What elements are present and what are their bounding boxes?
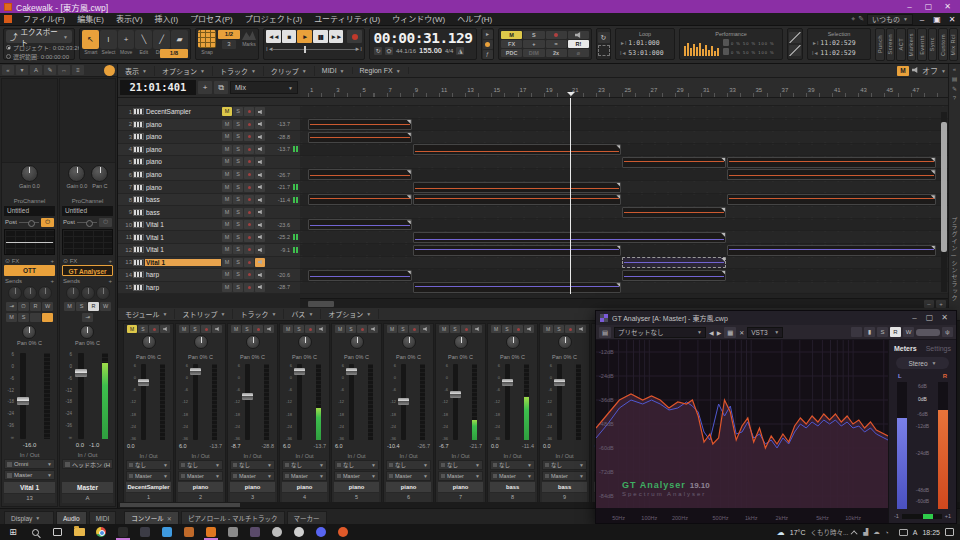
stop-button[interactable]: ■ <box>282 30 297 43</box>
eq-thumbnail[interactable] <box>4 229 55 255</box>
start-button[interactable]: ⊞ <box>2 524 24 540</box>
menu-ユーティリティ(U)[interactable]: ユーティリティ(U) <box>308 15 386 24</box>
input-echo-button[interactable] <box>255 233 265 242</box>
clock[interactable]: 18:25 <box>922 529 940 536</box>
track-lane-12[interactable] <box>300 244 948 257</box>
output-dropdown[interactable]: Master▼ <box>334 471 379 481</box>
power-button[interactable]: ⏻ <box>41 218 54 227</box>
mix-cell-≈[interactable]: ≈ <box>546 40 567 48</box>
send-knob[interactable] <box>96 286 110 300</box>
strip-name[interactable]: bass <box>542 482 587 492</box>
volume-readout[interactable]: 0.0 <box>127 443 135 452</box>
track-header-10[interactable]: 10Vital 1MS-23.6 <box>118 219 300 232</box>
input-echo-button[interactable] <box>264 325 274 333</box>
track-lane-1[interactable] <box>300 106 948 119</box>
mute-button[interactable]: M <box>222 157 232 166</box>
solo-button[interactable]: S <box>233 283 243 292</box>
input-dropdown[interactable]: なし▼ <box>386 460 431 470</box>
mute-button[interactable]: M <box>335 325 345 333</box>
weather-temp[interactable]: 17°C <box>790 529 806 536</box>
input-dropdown[interactable]: ヘッドホン (H▼ <box>62 459 113 469</box>
midi-clip[interactable] <box>622 157 726 168</box>
pan-knob[interactable] <box>454 335 468 349</box>
read-automation-button[interactable]: R <box>890 327 901 337</box>
record-automation-icon[interactable] <box>851 327 862 337</box>
input-echo-button[interactable] <box>255 157 265 166</box>
solo-button[interactable]: S <box>233 195 243 204</box>
track-manager-button[interactable]: ⧉ <box>214 81 228 94</box>
solo-button[interactable]: S <box>233 233 243 242</box>
midi-clip[interactable] <box>622 270 726 281</box>
arp-icon[interactable]: ↔ <box>58 65 70 75</box>
scrollbar-thumb[interactable] <box>308 301 334 307</box>
mix-cell-FX[interactable]: FX <box>501 40 522 48</box>
arm-record-button[interactable] <box>244 120 254 129</box>
browser-collapsed-strip[interactable]: « ▤ ✎ ? プラグイン | シンセラック <box>948 64 960 308</box>
input-echo-button[interactable] <box>255 208 265 217</box>
arm-record-button[interactable] <box>244 270 254 279</box>
input-echo-button[interactable] <box>255 170 265 179</box>
solo-button[interactable]: S <box>242 325 252 333</box>
mix-cell-DIM[interactable]: DIM <box>523 49 544 57</box>
prochannel-toggle-icon[interactable]: A <box>30 65 42 75</box>
plugin-gain-slider[interactable] <box>916 329 940 336</box>
solo-button[interactable]: S <box>233 145 243 154</box>
track-header-11[interactable]: 11Vital 1MS-25.2 <box>118 231 300 244</box>
strip-name[interactable]: piano <box>230 482 275 492</box>
send-knob[interactable] <box>8 286 22 300</box>
add-track-button[interactable]: + <box>198 81 212 94</box>
solo-button[interactable]: S <box>138 325 148 333</box>
inspector-display-dropdown[interactable]: Display▼ <box>4 511 54 524</box>
output-dropdown[interactable]: Master▼ <box>542 471 587 481</box>
discord-icon[interactable] <box>310 524 332 540</box>
solo-button[interactable]: S <box>233 208 243 217</box>
track-lane-5[interactable] <box>300 156 948 169</box>
input-echo-button[interactable] <box>255 270 265 279</box>
onedrive-icon[interactable]: ☁ <box>873 528 880 536</box>
volume-fader[interactable] <box>502 379 513 386</box>
arm-record-button[interactable] <box>305 325 315 333</box>
module-tab-act[interactable]: ACT <box>896 28 906 61</box>
volume-fader[interactable] <box>17 397 29 405</box>
bypass-icon[interactable]: ▮ <box>864 327 875 337</box>
volume-fader[interactable] <box>138 379 149 386</box>
input-echo-button[interactable] <box>255 132 265 141</box>
draw-resolution-dropdown[interactable]: 1/8 <box>160 49 188 58</box>
app-gray-icon[interactable] <box>222 524 244 540</box>
midi-clip[interactable] <box>727 157 936 168</box>
input-echo-button[interactable] <box>524 325 534 333</box>
output-dropdown[interactable]: Master▼ <box>230 471 275 481</box>
strip-button-⇥[interactable]: ⇥ <box>82 313 93 322</box>
gain-knob[interactable] <box>68 165 85 182</box>
track-header-2[interactable]: 2pianoMS-13.7 <box>118 119 300 132</box>
track-lane-15[interactable] <box>300 282 948 295</box>
mix-cell-2x[interactable]: 2x <box>546 49 567 57</box>
track-header-8[interactable]: 8bassMS-11.4 <box>118 194 300 207</box>
snap-count-dropdown[interactable]: 3 <box>222 40 236 49</box>
add-send-icon[interactable]: + <box>50 278 54 284</box>
input-echo-button[interactable] <box>255 245 265 254</box>
add-fx-icon[interactable]: + <box>50 258 54 264</box>
midi-clip[interactable] <box>308 169 412 180</box>
loop-icon[interactable]: ↻ <box>598 32 610 43</box>
midi-clip[interactable] <box>308 219 412 230</box>
mute-button[interactable]: M <box>222 170 232 179</box>
input-echo-button[interactable] <box>255 283 265 292</box>
send-knob[interactable] <box>38 286 52 300</box>
solo-button[interactable]: S <box>233 170 243 179</box>
console-menu-バス[interactable]: バス▼ <box>284 309 321 319</box>
track-header-1[interactable]: 1DecentSamplerMS <box>118 106 300 119</box>
step-arrow-icon[interactable]: ▸ <box>483 30 493 39</box>
input-dropdown[interactable]: なし▼ <box>438 460 483 470</box>
ime-indicator[interactable]: A <box>913 529 918 536</box>
track-lane-2[interactable] <box>300 119 948 132</box>
audio-engine-icon[interactable]: ⛭ <box>385 47 393 55</box>
input-echo-button[interactable] <box>255 120 265 129</box>
pan-knob[interactable] <box>246 335 260 349</box>
midi-clip[interactable] <box>727 169 936 180</box>
input-echo-button[interactable] <box>255 258 265 267</box>
mute-button[interactable]: M <box>222 220 232 229</box>
playhead[interactable] <box>570 98 571 294</box>
audio-engine-button[interactable] <box>104 65 115 76</box>
volume-fader[interactable] <box>450 391 461 398</box>
